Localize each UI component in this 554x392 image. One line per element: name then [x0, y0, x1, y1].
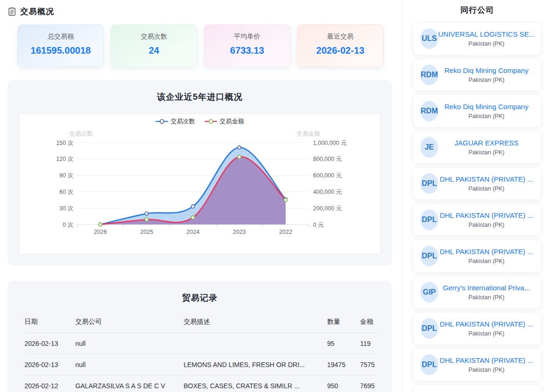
- table-body: 2026-02-13null951192026-02-13nullLEMONS …: [24, 333, 377, 392]
- svg-text:800,000 元: 800,000 元: [313, 156, 342, 162]
- svg-text:2023: 2023: [233, 229, 246, 235]
- svg-text:2026: 2026: [94, 229, 107, 235]
- table-cell-amount: 119: [360, 333, 377, 354]
- company-country: Pakistan (PK): [438, 258, 535, 264]
- table-cell-amount: 7695: [360, 376, 377, 392]
- company-name[interactable]: JAGUAR EXPRESS: [438, 139, 535, 147]
- company-card[interactable]: RDM Reko Diq Mining Company Pakistan (PK…: [413, 95, 542, 128]
- company-name[interactable]: DHL PAKISTAN (PRIVATE) ...: [438, 248, 535, 256]
- company-list: ULS UNIVERSAL LOGISTICS SE... Pakistan (…: [413, 22, 542, 381]
- company-card[interactable]: DPL DHL PAKISTAN (PRIVATE) ... Pakistan …: [413, 240, 542, 272]
- company-name[interactable]: Gerry's International Priva...: [438, 284, 535, 292]
- table-header-cell: 交易描述: [184, 314, 327, 333]
- table-cell-date: 2026-02-13: [24, 333, 75, 354]
- legend-label: 交易次数: [171, 117, 195, 126]
- trade-records-section: 贸易记录 日期交易公司交易描述数量金额 2026-02-13null951192…: [8, 281, 392, 392]
- table-cell-amount: 7575: [360, 354, 377, 376]
- svg-text:交易次数: 交易次数: [69, 130, 93, 137]
- table-cell-company: GALARZASILVA S A S DE C V: [75, 376, 184, 392]
- stat-label: 总交易额: [18, 32, 104, 41]
- svg-text:600,000 元: 600,000 元: [313, 172, 342, 179]
- table-header-row: 日期交易公司交易描述数量金额: [24, 314, 377, 333]
- company-name[interactable]: Reko Diq Mining Company: [438, 66, 535, 74]
- stat-label: 最近交易: [297, 32, 383, 41]
- company-country: Pakistan (PK): [438, 77, 535, 83]
- peer-companies-sidebar: 同行公司 ULS UNIVERSAL LOGISTICS SE... Pakis…: [402, 0, 554, 392]
- stat-label: 交易次数: [111, 32, 197, 41]
- svg-text:30 次: 30 次: [59, 205, 73, 212]
- company-card[interactable]: DPL DHL PAKISTAN (PRIVATE) ... Pakistan …: [413, 167, 542, 200]
- chart-section: 该企业近5年进口概况 交易次数 交易金额 0 次0 元30 次200,000 元…: [8, 80, 392, 265]
- svg-text:60 次: 60 次: [59, 189, 73, 195]
- company-avatar: DPL: [420, 354, 438, 375]
- table-row: 2026-02-13null95119: [24, 333, 377, 354]
- table-cell-description: BOXES, CASES, CRATES & SIMILR ...: [184, 376, 327, 392]
- svg-text:0 次: 0 次: [63, 222, 73, 228]
- svg-text:120 次: 120 次: [56, 156, 73, 162]
- company-avatar: JE: [420, 137, 438, 158]
- table-header-cell: 交易公司: [75, 314, 184, 333]
- svg-text:400,000 元: 400,000 元: [313, 189, 342, 195]
- chart-title: 该企业近5年进口概况: [8, 80, 392, 103]
- legend-line-marker-icon: [156, 119, 168, 124]
- company-card[interactable]: RDM Reko Diq Mining Company Pakistan (PK…: [413, 58, 542, 91]
- company-card-partial[interactable]: [413, 384, 542, 392]
- company-avatar: DPL: [420, 318, 438, 339]
- company-country: Pakistan (PK): [438, 222, 535, 228]
- legend-line-marker-icon: [205, 119, 217, 124]
- table-cell-company: null: [75, 333, 184, 354]
- stat-value: 24: [111, 45, 197, 56]
- table-row: 2026-02-12GALARZASILVA S A S DE C VBOXES…: [24, 376, 377, 392]
- stat-card: 平均单价 6733.13: [204, 24, 290, 67]
- table-header-cell: 数量: [327, 314, 360, 333]
- svg-text:0 元: 0 元: [313, 222, 324, 228]
- company-card[interactable]: JE JAGUAR EXPRESS Pakistan (PK): [413, 131, 542, 164]
- table-cell-description: [184, 333, 327, 354]
- company-country: Pakistan (PK): [438, 330, 535, 337]
- company-card[interactable]: ULS UNIVERSAL LOGISTICS SE... Pakistan (…: [413, 22, 542, 55]
- sidebar-title: 同行公司: [413, 5, 542, 16]
- table-cell-description: LEMONS AND LIMES, FRESH OR DRI...: [184, 354, 327, 376]
- company-country: Pakistan (PK): [438, 40, 535, 47]
- table-cell-quantity: 19475: [327, 354, 360, 376]
- company-card[interactable]: DPL DHL PAKISTAN (PRIVATE) ... Pakistan …: [413, 348, 542, 381]
- page-header: 交易概况: [8, 5, 392, 18]
- company-name[interactable]: UNIVERSAL LOGISTICS SE...: [438, 30, 535, 38]
- company-card[interactable]: DPL DHL PAKISTAN (PRIVATE) ... Pakistan …: [413, 203, 542, 236]
- table-cell-date: 2026-02-13: [24, 354, 75, 376]
- trade-table: 日期交易公司交易描述数量金额 2026-02-13null951192026-0…: [24, 314, 377, 392]
- stat-card: 交易次数 24: [111, 24, 197, 67]
- company-country: Pakistan (PK): [438, 113, 535, 120]
- legend-item[interactable]: 交易次数: [156, 117, 195, 126]
- chart-box: 交易次数 交易金额 0 次0 元30 次200,000 元60 次400,000…: [19, 113, 381, 254]
- legend-item[interactable]: 交易金额: [205, 117, 244, 126]
- company-avatar: GIP: [420, 282, 438, 303]
- chart-legend: 交易次数 交易金额: [19, 117, 380, 126]
- company-name[interactable]: DHL PAKISTAN (PRIVATE) ...: [438, 320, 535, 328]
- stat-value: 2026-02-13: [297, 45, 383, 56]
- company-name[interactable]: DHL PAKISTAN (PRIVATE) ...: [438, 211, 535, 219]
- svg-text:交易金额: 交易金额: [297, 130, 321, 137]
- page-title: 交易概况: [20, 6, 54, 17]
- company-card[interactable]: GIP Gerry's International Priva... Pakis…: [413, 276, 542, 309]
- company-name[interactable]: DHL PAKISTAN (PRIVATE) ...: [438, 175, 535, 183]
- company-avatar: ULS: [420, 28, 438, 49]
- table-cell-quantity: 95: [327, 333, 360, 354]
- company-country: Pakistan (PK): [438, 294, 535, 301]
- company-name[interactable]: DHL PAKISTAN (PRIVATE) ...: [438, 356, 535, 364]
- svg-text:150 次: 150 次: [56, 140, 73, 146]
- company-avatar: RDM: [420, 64, 438, 85]
- main-content: 交易概况 总交易额 161595.00018 交易次数 24 平均单价 6733…: [0, 0, 402, 392]
- company-avatar: DPL: [420, 246, 438, 266]
- table-cell-company: null: [75, 354, 184, 376]
- svg-text:2022: 2022: [279, 229, 292, 235]
- stat-label: 平均单价: [204, 32, 290, 41]
- company-card[interactable]: DPL DHL PAKISTAN (PRIVATE) ... Pakistan …: [413, 312, 542, 345]
- company-country: Pakistan (PK): [438, 185, 535, 192]
- trend-chart-svg[interactable]: 0 次0 元30 次200,000 元60 次400,000 元90 次600,…: [19, 114, 381, 254]
- company-name[interactable]: Reko Diq Mining Company: [438, 103, 535, 111]
- company-avatar: DPL: [420, 173, 438, 194]
- company-country: Pakistan (PK): [438, 367, 535, 373]
- stat-card: 最近交易 2026-02-13: [297, 24, 384, 67]
- table-cell-date: 2026-02-12: [24, 376, 75, 392]
